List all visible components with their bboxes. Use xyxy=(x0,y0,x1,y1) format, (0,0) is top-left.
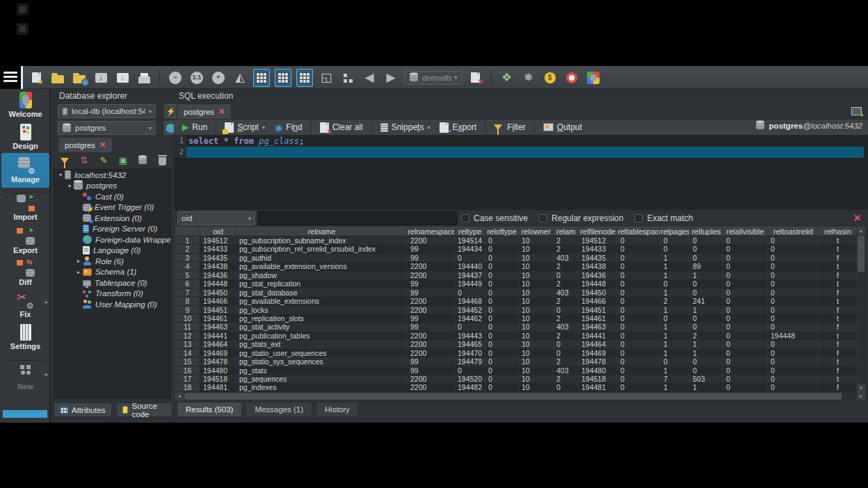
tree-item-localhost-5432[interactable]: ▾localhost:5432 xyxy=(54,170,170,181)
results-tab-results[interactable]: Results (503) xyxy=(177,402,242,417)
grid-view-borders-button[interactable] xyxy=(275,69,291,87)
table-row[interactable]: 2194433pg_subscription_rel_srrelid_srsub… xyxy=(175,245,857,253)
expand-icon[interactable]: ▾ xyxy=(65,183,74,189)
tree-item-event-trigger[interactable]: Event Trigger (0) xyxy=(54,202,170,213)
filter-column-select[interactable]: oid ▾ xyxy=(177,211,255,225)
import-archive-button[interactable] xyxy=(93,69,109,87)
column-header-relowner[interactable]: relowner xyxy=(519,227,554,236)
export-archive-button[interactable] xyxy=(114,69,131,87)
column-header-reltoastrelid[interactable]: reltoastrelid xyxy=(768,227,819,236)
plugins-button[interactable]: ❖ xyxy=(499,69,515,87)
tree-item-schema[interactable]: ▸Schema (1) xyxy=(54,267,170,278)
table-row[interactable]: 12194441pg_publication_tables22001944430… xyxy=(175,332,857,340)
tree-item-role[interactable]: ▸Role (6) xyxy=(54,256,170,267)
expand-icon[interactable]: ▸ xyxy=(74,258,83,264)
table-row[interactable]: 16194480pg_stats99001040319448001000f xyxy=(175,366,857,375)
editor-line[interactable]: 1select * from pg_class; xyxy=(174,136,868,147)
grid-view-button[interactable] xyxy=(253,69,270,87)
table-row[interactable]: 18194481pg_indexes2200194482010019448101… xyxy=(175,383,857,391)
close-filter-icon[interactable]: ✕ xyxy=(853,213,861,223)
column-header-reltablespace[interactable]: reltablespace xyxy=(618,227,661,236)
desktop-shortcut-icon[interactable] xyxy=(17,3,29,15)
run-button[interactable]: ▶Run xyxy=(179,121,210,133)
tab-postgres-sql[interactable]: postgres ✕ xyxy=(177,104,232,119)
sidebar-item-design[interactable]: Design xyxy=(1,124,49,150)
close-icon[interactable]: ✕ xyxy=(99,140,106,149)
delete-object-button[interactable] xyxy=(156,155,168,165)
sidebar-item-diff[interactable]: Diff xyxy=(1,260,49,286)
sql-editor[interactable]: 1select * from pg_class;2 xyxy=(174,136,868,210)
find-button[interactable]: ◉Find xyxy=(272,121,305,134)
actual-size-button[interactable]: 1:1 xyxy=(188,69,205,87)
table-row[interactable]: 13194464pg_stats_ext22001944650100194464… xyxy=(175,340,857,348)
new-sql-tab-button[interactable] xyxy=(849,105,864,117)
postgres-logo-button[interactable] xyxy=(585,69,602,87)
column-header-relam[interactable]: relam xyxy=(554,227,579,236)
regular-expression-checkbox[interactable]: Regular expression xyxy=(539,213,623,223)
horizontal-scrollbar[interactable]: ◂ ▸ xyxy=(175,392,865,400)
source-code-button[interactable]: Source code xyxy=(116,402,172,417)
expand-icon[interactable]: ▸ xyxy=(74,269,83,275)
table-row[interactable]: 1194512pg_subscription_subname_index2200… xyxy=(175,236,857,245)
export-results-button[interactable]: Export xyxy=(437,121,479,134)
case-sensitive-checkbox[interactable]: Case sensitive xyxy=(461,213,528,223)
column-header-relfilenode[interactable]: relfilenode xyxy=(579,227,618,236)
table-row[interactable]: 8194466pg_available_extensions2200194468… xyxy=(175,297,857,305)
tree-item-transform[interactable]: Transform (0) xyxy=(54,288,170,300)
column-header-reltype[interactable]: reltype xyxy=(455,227,485,236)
table-row[interactable]: 7194450pg_stat_database99001040319445001… xyxy=(175,288,857,297)
column-header-reltuples[interactable]: reltuples xyxy=(690,227,723,236)
mirror-compare-button[interactable]: ◭ xyxy=(232,69,248,87)
open-object-button[interactable]: ▣ xyxy=(118,156,129,165)
support-button[interactable] xyxy=(563,69,580,87)
zoom-out-button[interactable]: − xyxy=(167,69,184,87)
column-header-oid[interactable]: oid xyxy=(200,227,236,236)
table-row[interactable]: 10194461pg_replication_slots991944620102… xyxy=(175,314,857,323)
report-bug-button[interactable]: ✸ xyxy=(520,69,537,87)
nav-forward-button[interactable]: ▶ xyxy=(383,69,399,87)
shrink-window-button[interactable]: ◱ xyxy=(318,69,335,87)
vertical-scroll-thumb[interactable] xyxy=(858,236,865,272)
sidebar-item-manage[interactable]: Manage xyxy=(1,153,49,188)
tree-item-extension[interactable]: Extension (0) xyxy=(54,213,170,224)
scroll-left-icon[interactable]: ◂ xyxy=(175,392,184,400)
close-icon[interactable]: ✕ xyxy=(218,107,225,116)
exact-match-checkbox[interactable]: Exact match xyxy=(634,213,693,223)
table-row[interactable]: 5194436pg_shadow220019443701001944360110… xyxy=(175,271,857,279)
new-file-button[interactable] xyxy=(28,69,45,87)
open-folder-button[interactable] xyxy=(49,69,66,87)
sort-objects-button[interactable]: ⇅ xyxy=(79,156,90,165)
database-select-explorer[interactable]: postgres ▾ xyxy=(58,121,156,135)
connection-select[interactable]: local-db (localhost:5432 ▾ xyxy=(58,104,156,118)
scroll-up-icon[interactable]: ▴ xyxy=(857,227,865,235)
sidebar-item-new[interactable]: New▸ xyxy=(1,364,49,391)
table-row[interactable]: 15194478pg_statio_sys_sequences991944790… xyxy=(175,357,857,366)
vertical-scrollbar[interactable]: ▴ ▾ xyxy=(857,227,865,392)
expand-icon[interactable]: ▾ xyxy=(56,172,65,178)
tree-item-user-mapping[interactable]: User Mapping (0) xyxy=(54,299,170,310)
table-row[interactable]: 17194518pg_sequences22001945200102194518… xyxy=(175,375,857,383)
column-header-relnamespace[interactable]: relnamespace xyxy=(408,227,455,236)
scroll-right-icon[interactable]: ▸ xyxy=(857,392,865,400)
table-row[interactable]: 9194451pg_locks2200194452010019445101100… xyxy=(175,306,857,314)
table-row[interactable]: 14194469pg_statio_user_sequences22001944… xyxy=(175,349,857,357)
tree-item-foreign-server[interactable]: Foreign Server (0) xyxy=(54,224,170,235)
sidebar-item-fix[interactable]: Fix▸ xyxy=(1,292,49,318)
database-select[interactable]: demodb▾ xyxy=(404,71,463,85)
scroll-down-icon[interactable]: ▾ xyxy=(857,384,865,392)
table-row[interactable]: 6194448pg_stat_replication99194449010219… xyxy=(175,279,857,288)
close-file-button[interactable] xyxy=(467,69,484,87)
table-row[interactable]: 3194435pg_authid99001040319443501000f xyxy=(175,254,857,262)
filter-button[interactable]: Filter xyxy=(491,121,529,133)
object-hierarchy-button[interactable] xyxy=(339,69,356,87)
table-row[interactable]: 4194438pg_available_extension_versions22… xyxy=(175,262,857,270)
menu-icon[interactable] xyxy=(3,72,17,83)
attributes-button[interactable]: Attributes xyxy=(54,402,112,417)
recent-files-button[interactable] xyxy=(71,69,88,87)
filter-input[interactable] xyxy=(258,211,457,225)
results-tab-history[interactable]: History xyxy=(316,402,359,417)
sidebar-item-export[interactable]: Export xyxy=(1,228,49,254)
tree-item-tablespace[interactable]: Tablespace (0) xyxy=(54,277,170,288)
horizontal-scroll-thumb[interactable] xyxy=(184,393,842,400)
script-button[interactable]: Script▾ xyxy=(222,121,268,134)
